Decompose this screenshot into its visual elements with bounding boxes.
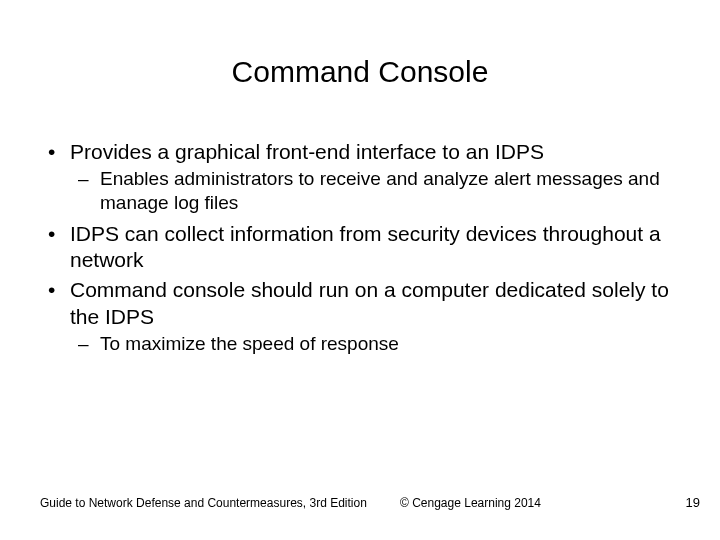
sub-bullet-item: To maximize the speed of response [70,332,680,356]
bullet-text: Command console should run on a computer… [70,278,669,327]
sub-bullet-list: To maximize the speed of response [70,332,680,356]
bullet-text: Provides a graphical front-end interface… [70,140,544,163]
slide: Command Console Provides a graphical fro… [0,0,720,540]
sub-bullet-list: Enables administrators to receive and an… [70,167,680,215]
sub-bullet-item: Enables administrators to receive and an… [70,167,680,215]
slide-title: Command Console [0,0,720,109]
bullet-item: IDPS can collect information from securi… [40,221,680,274]
sub-bullet-text: Enables administrators to receive and an… [100,168,660,213]
sub-bullet-text: To maximize the speed of response [100,333,399,354]
page-number: 19 [686,495,700,510]
slide-body: Provides a graphical front-end interface… [0,109,720,356]
bullet-text: IDPS can collect information from securi… [70,222,661,271]
footer-source: Guide to Network Defense and Countermeas… [40,496,367,510]
bullet-list: Provides a graphical front-end interface… [40,139,680,356]
footer-copyright: © Cengage Learning 2014 [400,496,541,510]
bullet-item: Command console should run on a computer… [40,277,680,355]
bullet-item: Provides a graphical front-end interface… [40,139,680,215]
